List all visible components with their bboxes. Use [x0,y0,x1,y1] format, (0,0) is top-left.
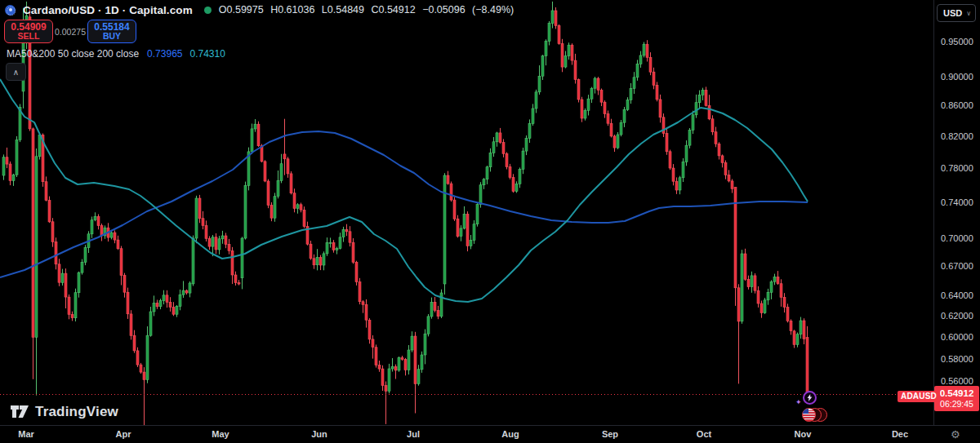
price-tick: 0.62000 [941,311,973,321]
time-axis[interactable]: MarAprMayJunJulAugSepOctNovDec [0,426,980,443]
month-tick: Mar [18,429,34,439]
trade-panel: 0.54909 SELL 0.00275 0.55184 BUY [4,20,136,43]
tradingview-chart-window: Cardano/USD · 1D · Capital.com O0.59975 … [0,0,980,443]
chevron-down-icon: ∨ [966,10,971,17]
month-tick: Jul [407,429,420,439]
price-tick: 0.90000 [941,72,973,82]
tradingview-logo-icon [10,403,29,420]
price-tick: 0.58000 [941,354,973,364]
price-tick: 0.60000 [941,332,973,342]
ma50-value: 0.73965 [147,48,182,60]
price-tick: 0.56000 [941,376,973,386]
price-line-symbol-tag: ADAUSD [898,391,940,402]
sell-button[interactable]: 0.54909 SELL [4,20,53,43]
price-tick: 0.82000 [941,131,973,141]
month-tick: Jun [311,429,327,439]
indicator-legend[interactable]: MA50&200 50 close 200 close 0.73965 0.74… [7,48,225,60]
month-tick: Apr [116,429,131,439]
buy-button[interactable]: 0.55184 BUY [87,20,136,43]
month-tick: May [212,429,229,439]
event-star-icon: ✦ [795,398,802,406]
last-price-value: 0.54912 [934,388,979,399]
price-tick: 0.78000 [941,163,973,173]
axis-settings-gear-icon[interactable]: ⚙ [951,428,960,441]
price-tick: 0.64000 [941,290,973,300]
chevron-up-icon: ∧ [13,68,19,77]
legend-collapse-button[interactable]: ∧ [6,63,26,81]
price-axis[interactable]: USD ∨ 0.950000.900000.860000.820000.7800… [934,0,980,425]
price-tick: 0.70000 [941,233,973,243]
candlestick-chart-canvas[interactable] [0,0,933,425]
us-flag-icon [802,408,816,422]
month-tick: Oct [697,429,711,439]
cardano-logo-icon [5,5,16,16]
price-tick: 0.67000 [941,261,973,271]
bar-countdown: 06:29:45 [934,399,979,410]
tradingview-logo-text: TradingView [35,404,118,420]
month-tick: Aug [501,429,519,439]
event-lightning-icon[interactable] [803,391,817,405]
economic-events-flag-icons[interactable] [802,408,830,423]
month-tick: Sep [602,429,618,439]
indicator-name: MA50&200 50 close 200 close [7,48,139,60]
currency-label: USD [943,8,962,18]
price-tick: 0.95000 [941,37,973,47]
sell-label: SELL [18,32,40,41]
ma200-value: 0.74310 [190,48,225,60]
ohlc-values: O0.59975 H0.61036 L0.54849 C0.54912 −0.0… [219,4,514,16]
price-tick: 0.74000 [941,197,973,207]
buy-label: BUY [103,32,121,41]
chart-legend: Cardano/USD · 1D · Capital.com O0.59975 … [5,2,514,17]
currency-selector[interactable]: USD ∨ [937,4,976,22]
price-tick: 0.86000 [941,100,973,110]
market-status-icon[interactable] [204,7,212,14]
tradingview-watermark[interactable]: TradingView [10,403,118,420]
month-tick: Dec [892,429,908,439]
month-tick: Nov [795,429,812,439]
symbol-title[interactable]: Cardano/USD · 1D · Capital.com [23,4,193,16]
last-price-label: 0.54912 06:29:45 [934,386,979,412]
spread-value: 0.00275 [53,27,87,37]
